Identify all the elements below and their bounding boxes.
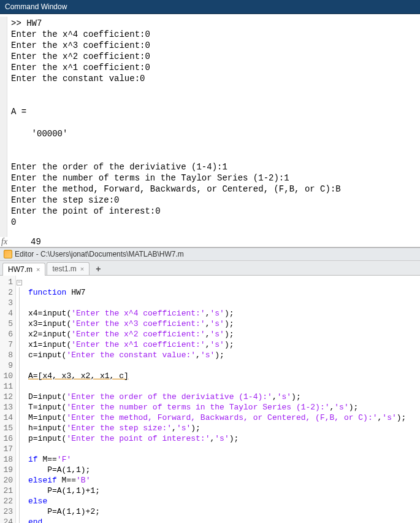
code-string: 'Enter the constant value:'	[66, 351, 196, 360]
code-text: );	[397, 413, 407, 422]
code-text: P=A(1,1);	[28, 465, 90, 475]
code-text: x3=input(	[28, 319, 71, 328]
code-string: 's'	[210, 309, 224, 318]
editor-title: Editor - C:\Users\jonat\Documents\MATLAB…	[15, 250, 184, 258]
code-keyword: elseif	[28, 476, 57, 485]
code-string: 'Enter the x^1 coefficient:'	[71, 340, 205, 349]
code-keyword: else	[28, 497, 47, 506]
code-text: );	[229, 434, 239, 443]
code-string: 'B'	[76, 476, 90, 485]
code-text: ,	[172, 424, 177, 433]
add-tab-button[interactable]: +	[91, 263, 105, 275]
code-text: h=input(	[28, 424, 66, 433]
code-text: ,	[272, 392, 277, 401]
code-text: M=input(	[28, 413, 66, 422]
code-string: 'Enter the number of terms in the Taylor…	[66, 403, 329, 412]
code-keyword: function	[28, 288, 66, 297]
code-text: );	[215, 351, 224, 360]
code-area[interactable]: function HW7 x4=input('Enter the x^4 coe…	[25, 276, 420, 523]
code-string: 'Enter the x^2 coefficient:'	[71, 330, 205, 339]
code-text: HW7	[66, 288, 85, 297]
code-text: );	[224, 309, 234, 318]
code-text: );	[191, 424, 200, 433]
code-text: );	[349, 403, 359, 412]
code-string: 'Enter the x^4 coefficient:'	[71, 309, 205, 318]
fx-value: 49	[12, 237, 41, 247]
code-text: P=A(1,1)+2;	[28, 507, 100, 516]
fold-gutter: −	[16, 276, 25, 523]
editor-tab-bar: HW7.m × test1.m × +	[0, 261, 420, 276]
code-string: 'F'	[57, 455, 71, 464]
fold-toggle-icon[interactable]: −	[17, 280, 22, 285]
code-text: );	[224, 340, 234, 349]
tab-label: test1.m	[52, 265, 76, 273]
code-string: 's'	[177, 424, 191, 433]
code-keyword: end	[28, 517, 42, 523]
code-text: x1=input(	[28, 340, 71, 349]
code-text: T=input(	[28, 403, 66, 412]
code-text: A=[x4, x3, x2, x1, c]	[28, 371, 129, 381]
fx-icon: fx	[1, 237, 12, 247]
command-window-title: Command Window	[5, 2, 67, 11]
code-string: 's'	[210, 330, 224, 339]
code-text: D=input(	[28, 392, 66, 401]
code-string: 's'	[210, 319, 224, 328]
command-window-titlebar: Command Window	[0, 0, 420, 14]
code-string: 's'	[382, 413, 396, 422]
editor[interactable]: 1234567891011121314151617181920212223242…	[0, 276, 420, 523]
code-text: c=input(	[28, 351, 66, 360]
tab-label: HW7.m	[8, 265, 32, 274]
code-text: P=A(1,1)+1;	[28, 486, 100, 495]
editor-file-icon	[4, 250, 12, 258]
code-text: M==	[38, 455, 57, 464]
code-text: x4=input(	[28, 309, 71, 318]
code-string: 'Enter the point of interest:'	[66, 434, 210, 443]
line-number-gutter: 1234567891011121314151617181920212223242…	[0, 276, 16, 523]
command-window-gutter	[0, 17, 7, 247]
close-icon[interactable]: ×	[80, 265, 84, 273]
code-keyword: if	[28, 455, 38, 464]
code-string: 'Enter the order of the deriviative (1-4…	[66, 392, 272, 401]
command-window[interactable]: >> HW7 Enter the x^4 coefficient:0 Enter…	[0, 14, 420, 247]
code-string: 'Enter the method, Forward, Backwards, o…	[66, 413, 377, 422]
close-icon[interactable]: ×	[36, 266, 40, 273]
fx-prompt-row[interactable]: fx 49	[0, 237, 420, 247]
code-text: );	[224, 319, 234, 328]
code-string: 's'	[277, 392, 291, 401]
code-string: 's'	[200, 351, 215, 360]
code-text: ,	[196, 351, 200, 360]
code-string: 's'	[210, 340, 224, 349]
command-window-output[interactable]: >> HW7 Enter the x^4 coefficient:0 Enter…	[7, 17, 420, 247]
code-string: 'Enter the step size:'	[66, 424, 172, 433]
code-text: M==	[57, 476, 76, 485]
code-string: 's'	[215, 434, 229, 443]
code-text: p=input(	[28, 434, 66, 443]
code-text: );	[224, 330, 234, 339]
code-text: x2=input(	[28, 330, 71, 339]
code-string: 's'	[334, 403, 348, 412]
code-text: );	[291, 392, 301, 401]
tab-hw7[interactable]: HW7.m ×	[2, 263, 45, 276]
tab-test1[interactable]: test1.m ×	[47, 262, 90, 275]
code-string: 'Enter the x^3 coefficient:'	[71, 319, 205, 328]
editor-titlebar: Editor - C:\Users\jonat\Documents\MATLAB…	[0, 247, 420, 261]
